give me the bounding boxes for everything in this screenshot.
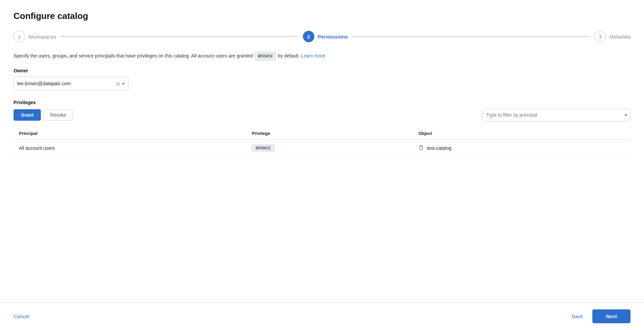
owner-value: lee.brown@datapals.com	[17, 81, 116, 86]
footer: Cancel Back Next	[0, 302, 644, 330]
stepper: 1 Workspaces 2 Permissions 3 Metadata	[14, 31, 630, 42]
step-permissions: 2 Permissions	[303, 31, 348, 42]
page-title: Configure catalog	[14, 11, 630, 21]
step-1-circle: 1	[14, 31, 25, 42]
clear-icon[interactable]: ⊗	[116, 80, 120, 87]
col-principal: Principal	[14, 127, 247, 140]
step-3-circle: 3	[594, 31, 606, 42]
filter-wrapper: ▾	[482, 109, 630, 121]
description-after: by default.	[278, 53, 300, 58]
footer-right: Back Next	[566, 309, 630, 323]
step-2-label: Permissions	[318, 34, 348, 40]
cell-principal: All account users	[14, 140, 247, 157]
cancel-button[interactable]: Cancel	[14, 311, 29, 322]
description-before: Specify the users, groups, and service p…	[14, 53, 253, 58]
table-row: All account users BROWSE 🗒 test-catalog	[14, 140, 630, 157]
description: Specify the users, groups, and service p…	[14, 52, 630, 61]
next-button[interactable]: Next	[592, 309, 630, 323]
privilege-table: Principal Privilege Object All account u…	[14, 127, 630, 157]
col-object: Object	[413, 127, 630, 140]
step-line-1	[60, 36, 299, 37]
col-privilege: Privilege	[247, 127, 413, 140]
privileges-label: Privileges	[14, 100, 630, 105]
cell-privilege: BROWSE	[247, 140, 413, 157]
back-button[interactable]: Back	[566, 311, 588, 322]
step-metadata: 3 Metadata	[594, 31, 630, 42]
privileges-section: Privileges Grant Revoke ▾ Principal Priv…	[14, 100, 630, 302]
step-workspaces: 1 Workspaces	[14, 31, 56, 42]
owner-select[interactable]: lee.brown@datapals.com ⊗ ▾	[14, 77, 128, 90]
chevron-down-icon: ▾	[122, 81, 125, 86]
revoke-button[interactable]: Revoke	[44, 109, 72, 121]
step-3-label: Metadata	[609, 34, 630, 40]
object-cell: 🗒 test-catalog	[418, 145, 625, 151]
browse-badge: BROWSE	[255, 52, 276, 61]
privilege-badge: BROWSE	[252, 144, 275, 151]
grant-button[interactable]: Grant	[14, 109, 41, 121]
cell-object: 🗒 test-catalog	[413, 140, 630, 157]
owner-label: Owner	[14, 68, 630, 73]
step-line-2	[352, 36, 590, 37]
filter-input[interactable]	[482, 109, 630, 121]
catalog-icon: 🗒	[418, 145, 424, 151]
object-name: test-catalog	[427, 145, 451, 151]
step-1-label: Workspaces	[28, 34, 56, 40]
step-2-circle: 2	[303, 31, 314, 42]
learn-more-link[interactable]: Learn more	[301, 53, 326, 58]
privileges-header: Grant Revoke ▾	[14, 109, 630, 121]
action-btn-group: Grant Revoke	[14, 109, 73, 121]
